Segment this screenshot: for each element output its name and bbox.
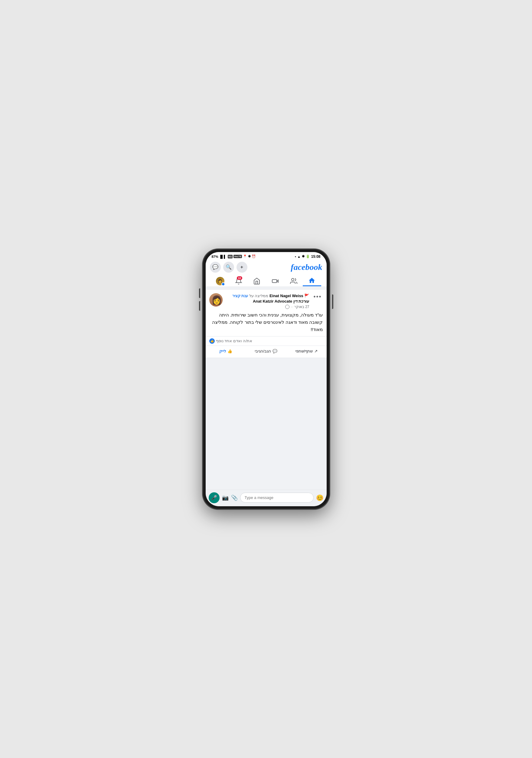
status-left: 87% ▐▌▌ 5G VoLTE 📍 ✱ ⏰: [212, 255, 256, 258]
globe-icon: [285, 305, 289, 309]
volte-indicator: VoLTE: [233, 255, 242, 258]
comment-label: הגב/הגיבי: [255, 349, 271, 354]
microphone-icon: 🎤: [211, 495, 217, 500]
nav-video[interactable]: [266, 276, 284, 286]
messenger-button[interactable]: 💬: [210, 262, 221, 273]
microphone-button[interactable]: 🎤: [209, 492, 219, 503]
nav-marketplace[interactable]: [248, 276, 266, 286]
volume-up-button[interactable]: [199, 288, 200, 298]
emoji-button[interactable]: 😊: [316, 494, 324, 501]
video-icon: [272, 277, 279, 285]
header-action-icons: 💬 🔍 +: [210, 262, 248, 273]
share-button[interactable]: ↗ שתף/שתפי: [286, 346, 326, 356]
navigation-tabs: 👩 10: [210, 275, 322, 287]
content-area: ••• 🚩 Einat Nagel Weiss ממליצה על ענת קצ…: [206, 287, 327, 490]
message-input[interactable]: [240, 493, 314, 502]
status-right: • ▲ ✱ 🔋 15:08: [295, 255, 320, 259]
paperclip-icon: 📎: [231, 495, 238, 501]
reaction-text: את/ה ואדם אחד נוסף: [216, 339, 252, 343]
clock: 15:08: [311, 255, 320, 259]
power-button[interactable]: [332, 294, 333, 309]
post-author-avatar[interactable]: [209, 293, 222, 306]
header-top: 💬 🔍 + facebook: [210, 262, 322, 273]
comment-icon: 💬: [273, 349, 277, 354]
nav-profile[interactable]: 👩: [211, 275, 230, 287]
like-label: לייק: [219, 349, 226, 354]
post-content: עו"ד מעולה, מקצועית, ענינית והכי חשוב שי…: [206, 311, 327, 336]
facebook-logo: facebook: [291, 262, 322, 272]
phone-frame: 87% ▐▌▌ 5G VoLTE 📍 ✱ ⏰ • ▲ ✱ 🔋 15:08: [203, 249, 330, 509]
post-author-name[interactable]: Einat Nagel Weiss: [270, 293, 303, 298]
facebook-header: 💬 🔍 + facebook 👩: [206, 260, 327, 287]
volume-down-button[interactable]: [199, 301, 200, 311]
recommends-text: ממליצה על: [249, 293, 269, 298]
wifi-icon: ▲: [297, 255, 301, 258]
friends-icon: [290, 277, 297, 285]
bluetooth-status-icon: ✱: [302, 255, 305, 258]
messenger-icon: 💬: [212, 264, 218, 270]
battery-percentage: 87%: [212, 255, 218, 258]
like-icon: 👍: [227, 349, 232, 354]
more-options-button[interactable]: •••: [312, 293, 323, 300]
attachment-button[interactable]: 📎: [231, 495, 238, 501]
search-button[interactable]: 🔍: [223, 262, 234, 273]
profile-avatar: 👩: [216, 277, 224, 285]
search-icon: 🔍: [226, 264, 232, 270]
post-page-name-line: עורכת דין Anat Katzir Advocate: [226, 299, 310, 304]
emoji-icon: 😊: [316, 495, 324, 501]
avatar-face: [209, 293, 222, 306]
camera-icon: 📷: [222, 495, 229, 501]
separator-dot: ·: [291, 305, 292, 309]
timestamp-text: 27 באוקי׳: [294, 305, 310, 309]
post-card: ••• 🚩 Einat Nagel Weiss ממליצה על ענת קצ…: [206, 289, 327, 358]
like-thumb-icon: 👍: [209, 338, 215, 344]
share-label: שתף/שתפי: [295, 349, 313, 354]
status-bar: 87% ▐▌▌ 5G VoLTE 📍 ✱ ⏰ • ▲ ✱ 🔋 15:08: [206, 252, 327, 260]
network-type: 5G: [228, 255, 233, 258]
post-actions: ↗ שתף/שתפי 💬 הגב/הגיבי 👍 לייק: [206, 346, 327, 358]
alarm-icon: ⏰: [251, 255, 256, 258]
comment-button[interactable]: 💬 הגב/הגיבי: [246, 346, 286, 356]
empty-feed-area: [206, 358, 327, 490]
marketplace-icon: [253, 277, 260, 285]
svg-rect-0: [272, 280, 277, 283]
bluetooth-icon: ✱: [248, 255, 251, 258]
svg-point-2: [291, 278, 294, 281]
nav-friends[interactable]: [284, 276, 303, 286]
plus-icon: +: [241, 264, 243, 270]
battery-icon: 🔋: [306, 255, 310, 258]
add-button[interactable]: +: [237, 262, 248, 273]
profile-nav-badge: [221, 282, 225, 286]
signal-bars: ▐▌▌: [219, 255, 226, 258]
bell-badge: 10: [237, 276, 242, 280]
dot-indicator: •: [295, 255, 296, 258]
location-icon: 📍: [243, 255, 247, 258]
post-author-line: 🚩 Einat Nagel Weiss ממליצה על ענת קציר: [226, 293, 310, 299]
phone-screen: 87% ▐▌▌ 5G VoLTE 📍 ✱ ⏰ • ▲ ✱ 🔋 15:08: [206, 252, 327, 506]
post-header: ••• 🚩 Einat Nagel Weiss ממליצה על ענת קצ…: [206, 290, 327, 311]
profile-avatar-emoji: 👩: [218, 279, 222, 283]
share-icon: ↗: [314, 349, 317, 354]
emoji-flag: 🚩: [304, 293, 309, 298]
reactions-bar: את/ה ואדם אחד נוסף 👍: [206, 336, 327, 346]
home-icon: [308, 277, 316, 284]
camera-button[interactable]: 📷: [222, 495, 229, 501]
recommended-person-name[interactable]: ענת קציר: [232, 293, 248, 298]
message-bar: 🎤 📷 📎 😊: [206, 490, 327, 506]
like-button[interactable]: 👍 לייק: [206, 346, 246, 356]
post-timestamp: 27 באוקי׳ ·: [226, 305, 310, 309]
nav-home[interactable]: [303, 275, 321, 286]
nav-notifications[interactable]: 10: [229, 276, 248, 286]
reaction-count[interactable]: את/ה ואדם אחד נוסף 👍: [209, 338, 252, 344]
post-meta: 🚩 Einat Nagel Weiss ממליצה על ענת קציר ע…: [226, 293, 310, 309]
post-page-name[interactable]: עורכת דין Anat Katzir Advocate: [253, 299, 310, 303]
